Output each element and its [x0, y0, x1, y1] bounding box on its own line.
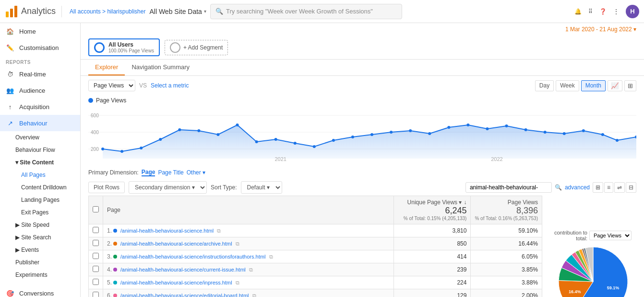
sidebar-sub-site-content[interactable]: ▾ Site Content: [0, 156, 80, 169]
help-icon[interactable]: ❓: [599, 8, 607, 15]
row-checkbox: [89, 276, 103, 289]
comparison-btn[interactable]: ≡: [604, 182, 613, 193]
custom-btn[interactable]: ⊟: [626, 182, 636, 193]
dim-page-link[interactable]: Page: [142, 169, 155, 176]
row-external-icon[interactable]: ⧉: [252, 293, 256, 297]
search-magnifier-icon[interactable]: 🔍: [555, 184, 562, 191]
metric-select[interactable]: Page Views: [88, 80, 135, 91]
sidebar-sub-experiments[interactable]: Experiments: [0, 269, 80, 281]
svg-rect-2: [14, 6, 17, 17]
svg-point-25: [409, 129, 412, 132]
row-select-checkbox[interactable]: [93, 253, 99, 259]
checkbox-all-th: [89, 196, 103, 224]
sidebar-sub-exit-pages[interactable]: Exit Pages: [0, 206, 80, 219]
notifications-icon[interactable]: 🔔: [574, 8, 582, 15]
month-btn[interactable]: Month: [581, 80, 606, 91]
tab-navigation-summary[interactable]: Navigation Summary: [125, 60, 196, 75]
date-range-row[interactable]: 1 Mar 2020 - 21 Aug 2022 ▾: [81, 23, 644, 36]
row-color-dot: [113, 255, 117, 259]
sidebar-sub-site-speed[interactable]: ▶ Site Speed: [0, 219, 80, 231]
logo: Analytics: [5, 5, 56, 18]
row-upv-cell: 224: [394, 276, 471, 289]
row-number: 5.: [107, 279, 112, 286]
row-select-checkbox[interactable]: [93, 227, 99, 233]
advanced-btn[interactable]: advanced: [565, 184, 590, 191]
sidebar-item-home[interactable]: 🏠 Home: [0, 23, 80, 39]
pie-metric-select[interactable]: Page Views: [589, 231, 632, 240]
row-select-checkbox[interactable]: [93, 266, 99, 272]
row-page-link[interactable]: /animal-health-behavioural-science/curre…: [120, 267, 246, 272]
all-users-segment[interactable]: All Users 100.00% Page Views: [88, 38, 160, 56]
row-page-link[interactable]: /animal-health-behavioural-science.html: [120, 228, 214, 234]
property-selector[interactable]: All Web Site Data ▾: [149, 8, 206, 15]
row-page-link[interactable]: /animal-health-behavioural-science/inpre…: [120, 280, 232, 285]
analytics-logo-icon: [5, 5, 18, 18]
row-external-icon[interactable]: ⧉: [249, 267, 253, 272]
sidebar-item-conversions[interactable]: 🎯 Conversions: [0, 285, 80, 297]
search-box[interactable]: 🔍 Try searching "Week over Week Growth o…: [210, 4, 402, 19]
dim-other-link[interactable]: Other ▾: [187, 169, 205, 176]
secondary-dimension-select[interactable]: Secondary dimension ▾: [129, 181, 207, 194]
line-chart: 600 400 200: [88, 106, 636, 163]
row-page-link[interactable]: /animal-health-behavioural-science/instr…: [120, 254, 266, 260]
table-row: 4. /animal-health-behavioural-science/cu…: [89, 263, 542, 276]
sidebar-sub-site-search[interactable]: ▶ Site Search: [0, 231, 80, 244]
segment-info: All Users 100.00% Page Views: [108, 41, 154, 53]
sidebar-sub-landing-pages[interactable]: Landing Pages: [0, 194, 80, 206]
sidebar-item-audience[interactable]: 👥 Audience: [0, 82, 80, 99]
date-range[interactable]: 1 Mar 2020 - 21 Aug 2022 ▾: [565, 26, 636, 33]
sidebar-sub-overview[interactable]: Overview: [0, 131, 80, 144]
sidebar-sub-all-pages[interactable]: All Pages: [0, 169, 80, 181]
sidebar-item-acquisition[interactable]: ↑ Acquisition: [0, 99, 80, 115]
row-number: 2.: [107, 240, 112, 247]
table-row: 2. /animal-health-behavioural-science/ar…: [89, 237, 542, 250]
table-toolbar: Plot Rows Secondary dimension ▾ Sort Typ…: [88, 179, 636, 196]
sidebar-item-realtime[interactable]: ⏱ Real-time: [0, 66, 80, 82]
sidebar-item-behaviour[interactable]: ↗ Behaviour: [0, 115, 80, 131]
table-search-input[interactable]: [465, 182, 552, 193]
avatar[interactable]: H: [626, 5, 639, 18]
svg-point-27: [447, 126, 450, 129]
search-placeholder: Try searching "Week over Week Growth of …: [226, 8, 373, 15]
apps-icon[interactable]: ⠿: [588, 8, 593, 15]
select-metric-link[interactable]: Select a metric: [151, 82, 189, 89]
add-segment-btn[interactable]: + Add Segment: [165, 40, 228, 55]
table-row: 1. /animal-health-behavioural-science.ht…: [89, 224, 542, 237]
row-pv-cell: 3.85%: [471, 263, 542, 276]
row-select-checkbox[interactable]: [93, 292, 99, 297]
plot-rows-btn[interactable]: Plot Rows: [88, 182, 125, 193]
more-icon[interactable]: ⋮: [613, 8, 619, 15]
sidebar-item-customisation[interactable]: ✏️ Customisation: [0, 39, 80, 56]
chart-table-btn[interactable]: ⊞: [624, 80, 636, 91]
dim-page-title-link[interactable]: Page Title: [158, 169, 183, 176]
tab-explorer[interactable]: Explorer: [88, 60, 125, 75]
upv-col-header[interactable]: Unique Page Views ▾ ↓ 6,245 % of Total: …: [394, 196, 471, 224]
table-view-btn[interactable]: ⊞: [593, 182, 603, 193]
sidebar-realtime-label: Real-time: [19, 71, 46, 78]
pivot-btn[interactable]: ⇌: [614, 182, 625, 193]
sort-default-select[interactable]: Default ▾: [241, 181, 282, 194]
row-page-link[interactable]: /animal-health-behavioural-science/edito…: [120, 293, 249, 297]
row-external-icon[interactable]: ⧉: [269, 254, 273, 260]
row-external-icon[interactable]: ⧉: [236, 241, 239, 247]
chart-view-btn[interactable]: 📈: [608, 80, 622, 91]
sidebar-sub-content-drilldown[interactable]: Content Drilldown: [0, 181, 80, 194]
sidebar-sub-publisher[interactable]: Publisher: [0, 256, 80, 269]
svg-point-28: [466, 124, 469, 126]
sidebar-sub-events[interactable]: ▶ Events: [0, 244, 80, 256]
row-external-icon[interactable]: ⧉: [236, 280, 239, 285]
row-page-link[interactable]: /animal-health-behavioural-science/archi…: [120, 241, 232, 247]
row-select-checkbox[interactable]: [93, 240, 99, 246]
row-select-checkbox[interactable]: [93, 279, 99, 285]
audience-icon: 👥: [6, 86, 14, 95]
table-row: 3. /animal-health-behavioural-science/in…: [89, 250, 542, 263]
day-btn[interactable]: Day: [535, 80, 554, 91]
row-external-icon[interactable]: ⧉: [217, 228, 221, 234]
sidebar-sub-behaviour-flow[interactable]: Behaviour Flow: [0, 144, 80, 156]
week-btn[interactable]: Week: [556, 80, 579, 91]
row-number: 3.: [107, 253, 112, 260]
select-all-checkbox[interactable]: [93, 206, 99, 212]
segment-circle-icon: [94, 42, 105, 53]
row-checkbox: [89, 224, 103, 237]
chart-container: 600 400 200: [81, 106, 644, 165]
